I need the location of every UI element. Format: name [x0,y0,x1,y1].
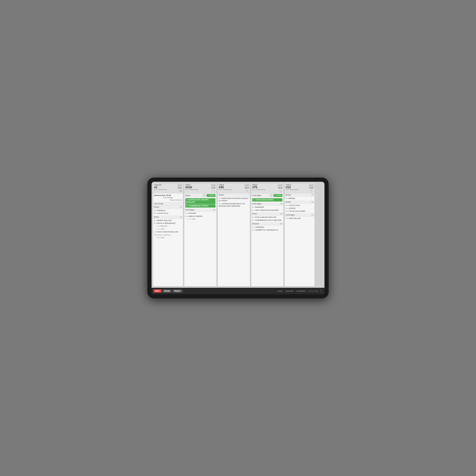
header-left-2: TABLE #410 K01 - Restaurang [185,184,198,190]
section-title-coldapps-4a: Cold Apps [252,194,261,196]
chevron-icon[interactable]: › [183,290,184,292]
minutes-2: 6m [211,187,215,189]
kds-content: TAKEOUT #1 K01 - Restaurang 14:57 7m 🛍 D… [152,182,324,288]
items-coldapps-5: 1 × SIDE SALLAD [285,217,314,220]
section-dryck-5: Dryck 1m [285,200,314,204]
minutes-4: 5m [278,187,282,189]
section-time-coldapps-5: 1m [311,214,314,216]
item-egg-bacon-4: 1 × EGG & BACON DELUXE [252,216,282,219]
section-time-bread-5: 1m [311,194,314,196]
item-ost3: + 3 × OST [154,236,182,239]
customer-name-1: Tobias Holmberg [154,199,182,201]
item-redbull: 3 × REDBULL [154,209,182,212]
undo-btn[interactable]: UNDO [276,289,284,293]
items-dessert-4: 1 × TIRAMISU 1 × SORBETTO LIMONCELLO [251,225,283,232]
items-pizza-1: 1 × BERRY DELUXE 1 × DEVIL'S BREAKFAST +… [153,219,183,240]
restaurant-4: K01 - Restaurang [252,189,265,190]
item-casanova: 1 × CASANOVA BRUNELLO DI MONTALCINO MAGN… [219,203,249,208]
items-gamay: 1 × GROSJEAN GAMAY [251,198,283,202]
item-sprite-5: 1 × SPRITE [286,207,314,210]
card-header-4: TABLE #75 K01 - Restaurang 14:59 5m 🍴 [251,183,283,193]
section-dryck-1: Test Order [153,202,183,205]
items-coldapps-4b: 1 × BURRATA 1 × SALT ROASTED ALMONDS [251,205,283,212]
summary-btn[interactable]: SUMMARY [295,289,307,293]
bottom-toolbar: HOT MAIN PIZZA › UNDO QUEUED SUMMARY 13 … [152,288,324,294]
item-sommersby: 1 × SOMMERSBY SPRITZ [185,204,215,207]
section-title-dryck-1: Test Order [154,203,163,205]
section-coldapps-2: Cold Apps 6m [184,208,216,211]
section-time-dryck: 7m [180,206,182,208]
screen: TAKEOUT #1 K01 - Restaurang 14:57 7m 🛍 D… [152,182,324,294]
cutlery-icon-4: 🍴 [279,189,282,192]
collapse-btn-2[interactable]: ∧ [203,194,206,197]
more-btn[interactable]: ⋮ [319,289,323,293]
item-devil: 1 × DEVIL'S BREAKFAST [154,222,182,225]
tab-hot[interactable]: HOT [153,289,162,293]
section-title-dessert-4: Dessert [252,223,259,225]
order-card-1: TAKEOUT #1 K01 - Restaurang 14:57 7m 🛍 D… [153,183,183,286]
tab-pizza[interactable]: PIZZA [172,289,182,293]
header-right-4: 14:59 5m 🍴 [278,184,282,192]
header-left-5: TABLE #12 K01 - Restaurang [286,184,298,190]
minutes-1: 7m [178,187,182,189]
section-pizza-1: Pizza 7m [153,215,183,219]
takeout-icon-1: 🛍 [179,189,182,192]
section-dryck-sub: Dryck 7m [153,205,183,209]
header-right-5: 15:03 1m 🍴 [309,184,314,192]
restaurant-1: K01 - Restaurang [154,189,167,190]
section-time-dessert-4: 5m [280,223,282,224]
section-title-pizza-4: Pizza [252,213,257,215]
item-cocacola: 5 × COCA-COLA [154,212,182,215]
tab-main[interactable]: MAIN [162,289,171,293]
restaurant-5: K01 - Restaurang [286,189,298,190]
item-ost1: + 1 × OST [154,228,182,231]
item-ham: 1 × HAM & CHEESE [185,215,215,218]
section-pizza-4: Pizza 5m [251,212,283,215]
item-ost-ham: + 1 × OST [185,218,215,221]
done-btn-2[interactable]: ✓ DONE [207,194,215,197]
items-pizza-4: 1 × EGG & BACON DELUXE 1 × SCRAMBLED EGG… [251,215,283,222]
section-coldapps-4a: Cold Apps ∧ ✓ DONE [251,193,283,198]
header-right-3: 14:58 5m 🍴 [244,184,249,192]
section-controls-2: ∧ ✓ DONE [203,194,215,197]
delivery-info-1: Delivery time 15:26 in 22 minutes Tobias… [153,193,183,202]
delivery-time-1: Delivery time 15:26 [154,194,182,197]
items-dryck-1: 3 × REDBULL 5 × COCA-COLA [153,209,183,215]
section-title-sub: Dryck [154,206,159,208]
minutes-5: 1m [309,187,314,189]
collapse-btn-4[interactable]: ∧ [270,194,273,197]
section-time-coldapps-2: 6m [213,209,215,211]
section-title-dryck-2: Dryck [185,194,190,196]
order-number-5: #12 [286,186,298,189]
section-time-pizza-4: 5m [280,213,282,215]
done-btn-4[interactable]: ✓ DONE [273,194,282,197]
item-marchesi: 1 × MARCHESI ANTINORI GAUDO AL TASSO [219,197,249,203]
time-3: 14:58 [244,184,249,186]
items-dryck-2: 1 × BORGOGNO GRAPPA MOSCATO 1 × SOMMERSB… [184,198,216,208]
order-card-5: TABLE #12 K01 - Restaurang 15:03 1m 🍴 Br… [285,183,315,286]
cutlery-icon-2: 🍴 [212,189,215,192]
section-title-dryck-3: Dryck [219,194,224,196]
section-bread-5: Bread 1m [285,193,314,197]
item-cola-zero-5: 1 × COCA-COLA ZERO [286,210,314,213]
section-title-pizza: Pizza [154,216,159,218]
section-controls-4: ∧ ✓ DONE [270,194,282,197]
device-frame: TAKEOUT #1 K01 - Restaurang 14:57 7m 🛍 D… [147,178,329,298]
item-egg-bacon: 1 × EGG & BACON DELUXE [154,231,182,233]
section-dryck-2: Dryck ∧ ✓ DONE [184,193,216,198]
restaurant-3: K01 - Restaurang [219,189,232,190]
cutlery-icon-5: 🍴 [310,189,314,192]
section-coldapps-4b: Cold Apps 5m [251,202,283,205]
order-number-4: #75 [252,186,265,189]
section-time-4b: 5m [280,203,282,204]
time-5: 15:03 [309,184,314,186]
time-1: 14:57 [177,184,182,186]
section-title-coldapps-5: Cold Apps [286,214,295,216]
order-card-2: TABLE #410 K01 - Restaurang 14:58 6m 🍴 D… [184,183,217,286]
restaurant-2: K01 - Restaurang [185,189,198,190]
minutes-3: 5m [245,187,249,189]
queued-btn[interactable]: QUEUED [285,289,294,293]
section-title-dryck-5: Dryck [286,201,291,203]
item-grosjean: 1 × GROSJEAN GAMAY [252,198,282,202]
item-berry: 1 × BERRY DELUXE [154,219,182,222]
